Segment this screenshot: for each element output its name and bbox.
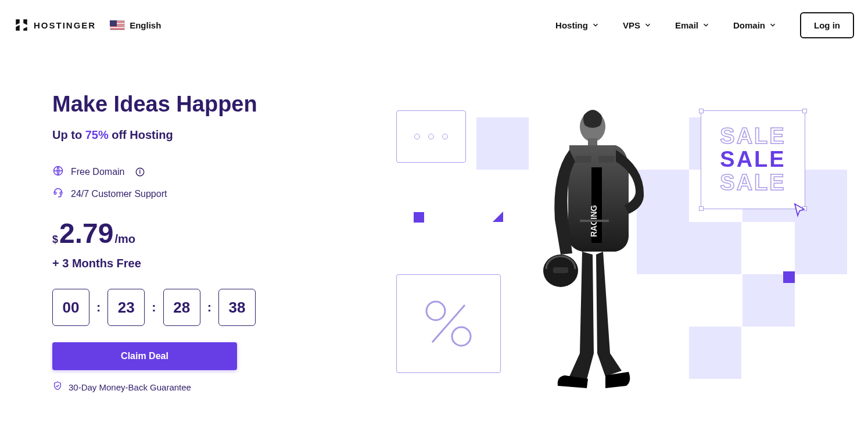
decor-accent-square [783,271,795,283]
decor-percent-box [396,274,501,373]
sale-text: SALE [720,148,785,171]
chevron-down-icon [769,21,777,29]
sale-text: SALE [720,125,785,148]
subheadline: Up to 75% off Hosting [52,128,366,142]
chevron-down-icon [591,21,600,29]
price: $ 2.79 /mo [52,220,366,248]
svg-line-5 [432,305,465,342]
countdown-sep: : [207,300,211,315]
price-value: 2.79 [59,220,113,248]
countdown-minutes: 28 [163,289,200,326]
svg-rect-14 [580,220,609,222]
nav-vps[interactable]: VPS [623,20,652,30]
feature-text: Free Domain [71,167,124,177]
price-period: /mo [114,232,135,246]
decor-square [795,222,847,274]
guarantee-text: 30-Day Money-Back Guarantee [69,382,191,392]
headline: Make Ideas Happen [52,92,366,117]
decor-square [476,117,529,170]
logo-icon [14,17,29,33]
countdown-days: 00 [52,289,89,326]
language-label: English [130,20,161,30]
feature-support: 24/7 Customer Support [52,187,366,201]
nav-hosting[interactable]: Hosting [555,20,600,30]
header-left: HOSTINGER English [14,17,161,33]
chevron-down-icon [644,21,652,29]
percent-icon [419,295,478,353]
header-right: Hosting VPS Email Domain Log in [555,12,854,38]
bonus-text: + 3 Months Free [52,257,366,270]
hero-graphic: SALE SALE SALE [366,92,868,417]
svg-point-2 [140,170,141,171]
decor-triangle [493,212,503,222]
decor-square [689,327,741,379]
subhead-suffix: off Hosting [109,128,173,141]
selection-handle [802,109,807,113]
subhead-prefix: Up to [52,128,85,141]
cursor-icon [792,203,808,221]
svg-rect-13 [598,156,615,163]
login-button[interactable]: Log in [800,12,854,38]
svg-rect-7 [588,138,597,145]
language-selector[interactable]: English [110,20,161,30]
guarantee: 30-Day Money-Back Guarantee [52,381,366,393]
decor-sale-box: SALE SALE SALE [701,110,805,209]
claim-deal-button[interactable]: Claim Deal [52,342,237,370]
info-icon[interactable] [135,167,145,177]
brand-name: HOSTINGER [34,20,96,30]
nav-label: Email [675,20,698,30]
hero-person-image: RACING [529,103,657,394]
sale-text: SALE [720,171,785,195]
shield-check-icon [52,381,63,393]
countdown-hours: 23 [107,289,145,326]
hero-section: Make Ideas Happen Up to 75% off Hosting … [0,50,868,417]
flag-icon [110,20,125,30]
nav-label: VPS [623,20,640,30]
chevron-down-icon [702,21,710,29]
brand-logo[interactable]: HOSTINGER [14,17,96,33]
svg-point-3 [426,302,445,320]
svg-rect-9 [553,267,568,273]
decor-dots-box [396,110,466,163]
countdown-timer: 00 : 23 : 28 : 38 [52,289,366,326]
svg-point-4 [452,327,471,346]
currency-symbol: $ [52,234,58,246]
feature-free-domain: Free Domain [52,165,366,179]
headset-icon [52,187,64,201]
nav-email[interactable]: Email [675,20,710,30]
nav-label: Domain [733,20,765,30]
nav-domain[interactable]: Domain [733,20,777,30]
decor-accent-square [414,212,424,223]
selection-handle [699,206,704,211]
countdown-sep: : [96,300,101,315]
feature-text: 24/7 Customer Support [71,189,167,199]
header: HOSTINGER English Hosting VPS Email Doma… [0,0,868,50]
nav-label: Hosting [555,20,588,30]
globe-icon [52,165,64,179]
hero-content: Make Ideas Happen Up to 75% off Hosting … [52,92,366,417]
countdown-seconds: 38 [218,289,256,326]
svg-rect-12 [575,156,591,163]
selection-handle [699,109,704,113]
subhead-accent: 75% [85,128,109,141]
countdown-sep: : [152,300,156,315]
